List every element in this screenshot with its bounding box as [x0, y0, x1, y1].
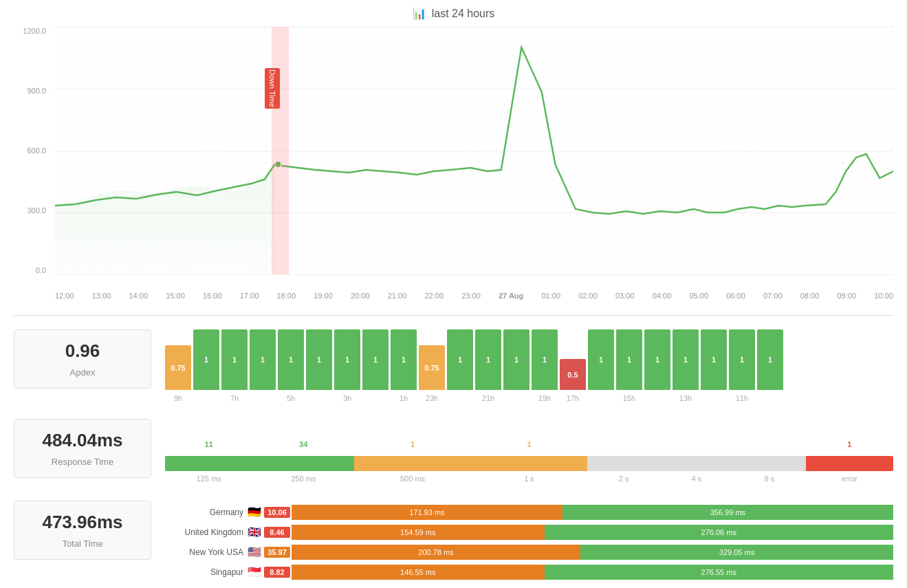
y-label-900: 900.0: [27, 87, 46, 95]
apdex-bar-17: 1 15h: [616, 329, 642, 390]
apdex-bar-19: 1 13h: [673, 329, 699, 390]
loc-bar-green-singapur: 276.55 ms: [545, 565, 894, 580]
apdex-bar-18: 1: [644, 329, 670, 390]
apdex-bar-20: 1: [701, 329, 727, 390]
apdex-chart: 0.75 9h 1 1 7h 1 1 5h: [165, 329, 893, 405]
resp-count-5: 1: [847, 440, 851, 448]
downtime-area: [272, 27, 289, 274]
resp-lbl-1s: 1 s: [524, 475, 534, 483]
resp-seg-gray1: [587, 456, 660, 471]
response-row: 484.04ms Response Time 11 34 1: [14, 419, 893, 487]
loc-flag-usa: 🇺🇸: [248, 547, 261, 558]
resp-lbl-2s: 2 s: [619, 475, 629, 483]
resp-seg-gray3: [733, 456, 806, 471]
total-time-card: 473.96ms Total Time: [14, 501, 151, 560]
loc-badge-uk: 8.46: [264, 527, 290, 538]
resp-labels: 125 ms 250 ms 500 ms 1 s 2 s 4 s 8 s err…: [165, 474, 893, 483]
apdex-card: 0.96 Apdex: [14, 329, 151, 389]
downtime-label: Down Time: [265, 68, 280, 109]
loc-bar-orange-germany: 171.93 ms: [292, 505, 562, 520]
apdex-bar-10: 0.75 23h: [419, 345, 445, 390]
resp-lbl-500ms: 500 ms: [400, 475, 425, 483]
loc-bar-green-germany: 356.99 ms: [562, 505, 893, 520]
resp-count-2: 34: [299, 440, 307, 448]
apdex-bar-3: 1 7h: [221, 329, 248, 390]
resp-count-4: 1: [527, 440, 531, 448]
loc-bar-orange-singapur: 146.55 ms: [292, 565, 545, 580]
chart-icon: 📊: [413, 7, 426, 20]
apdex-value: 0.96: [28, 340, 137, 362]
response-card: 484.04ms Response Time: [14, 419, 151, 478]
apdex-bar-4: 1: [250, 329, 276, 390]
apdex-bar-13: 1: [503, 329, 529, 390]
loc-row-uk: United Kingdom 🇬🇧 8.46 154.59 ms 276.06 …: [165, 524, 893, 541]
apdex-bar-5: 1 5h: [278, 329, 304, 390]
location-chart: Germany 🇩🇪 10.06 171.93 ms 356.99 ms Uni…: [165, 501, 893, 584]
apdex-bar-11: 1: [447, 329, 473, 390]
main-chart-container: 1200.0 900.0 600.0 300.0 0.0 Down Time: [14, 27, 893, 316]
apdex-bar-16: 1: [588, 329, 614, 390]
apdex-bar-21: 1 11h: [729, 329, 755, 390]
apdex-bar-22: 1: [757, 329, 783, 390]
apdex-bar-1: 0.75 9h: [165, 345, 191, 390]
resp-lbl-4s: 4 s: [692, 475, 702, 483]
loc-badge-germany: 10.06: [264, 507, 290, 518]
y-label-600: 600.0: [27, 146, 46, 155]
response-value: 484.04ms: [28, 430, 137, 451]
chart-area: 1200.0 900.0 600.0 300.0 0.0 Down Time: [14, 27, 893, 295]
resp-lbl-125ms: 125 ms: [197, 475, 221, 483]
y-label-0: 0.0: [36, 266, 46, 274]
y-label-1200: 1200.0: [23, 27, 46, 35]
total-time-value: 473.96ms: [28, 512, 137, 533]
loc-bar-orange-uk: 154.59 ms: [292, 525, 545, 540]
loc-flag-germany: 🇩🇪: [248, 507, 261, 518]
loc-row-germany: Germany 🇩🇪 10.06 171.93 ms 356.99 ms: [165, 504, 893, 521]
loc-badge-nyusa: 35.97: [264, 547, 290, 558]
chart-svg: [55, 27, 893, 274]
loc-flag-uk: 🇬🇧: [248, 527, 261, 538]
resp-seg-orange1: [354, 456, 470, 471]
loc-name-uk: United Kingdom: [185, 527, 243, 537]
loc-row-singapur: Singapur 🇸🇬 8.82 146.55 ms 276.55 ms: [165, 564, 893, 580]
loc-flag-singapur: 🇸🇬: [248, 567, 261, 578]
apdex-bar-15: 0.5 17h: [560, 359, 586, 390]
resp-count-3: 1: [411, 440, 415, 448]
apdex-bar-6: 1: [306, 329, 332, 390]
response-bar: [165, 456, 893, 471]
loc-badge-singapur: 8.82: [264, 567, 290, 578]
resp-seg-orange2: [471, 456, 587, 471]
resp-lbl-error: error: [842, 475, 857, 483]
resp-seg-gray2: [660, 456, 733, 471]
loc-bar-green-nyusa: 329.05 ms: [580, 545, 893, 560]
resp-seg-red: [806, 456, 893, 471]
loc-bar-green-uk: 276.06 ms: [545, 525, 894, 540]
response-chart: 11 34 1 1 1: [165, 419, 893, 487]
resp-seg-green1: [165, 456, 252, 471]
response-label: Response Time: [28, 457, 137, 467]
loc-name-nyusa: New York USA: [189, 547, 243, 557]
y-label-300: 300.0: [27, 206, 46, 215]
apdex-bar-12: 1 21h: [475, 329, 501, 390]
apdex-bar-9: 1 1h: [391, 329, 417, 390]
chart-title: last 24 hours: [432, 8, 495, 20]
resp-count-1: 11: [204, 440, 212, 448]
resp-seg-green2: [252, 456, 354, 471]
resp-lbl-8s: 8 s: [765, 475, 775, 483]
page-container: 📊 last 24 hours 1200.0 900.0 600.0 300.0…: [0, 0, 907, 588]
loc-row-nyusa: New York USA 🇺🇸 35.97 200.78 ms 329.05 m…: [165, 544, 893, 560]
apdex-bar-7: 1 3h: [334, 329, 360, 390]
loc-bar-orange-nyusa: 200.78 ms: [292, 545, 580, 560]
apdex-bar-8: 1: [362, 329, 389, 390]
apdex-row: 0.96 Apdex 0.75 9h 1 1 7h 1: [14, 329, 893, 405]
chart-header: 📊 last 24 hours: [14, 7, 893, 20]
loc-name-singapur: Singapur: [210, 567, 243, 577]
apdex-bar-14: 1 19h: [532, 329, 558, 390]
total-time-label: Total Time: [28, 538, 137, 549]
resp-lbl-250ms: 250 ms: [291, 475, 316, 483]
total-time-row: 473.96ms Total Time Germany 🇩🇪 10.06 171…: [14, 501, 893, 584]
loc-name-germany: Germany: [210, 508, 243, 517]
apdex-label: Apdex: [28, 367, 137, 378]
apdex-bar-2: 1: [193, 329, 219, 390]
